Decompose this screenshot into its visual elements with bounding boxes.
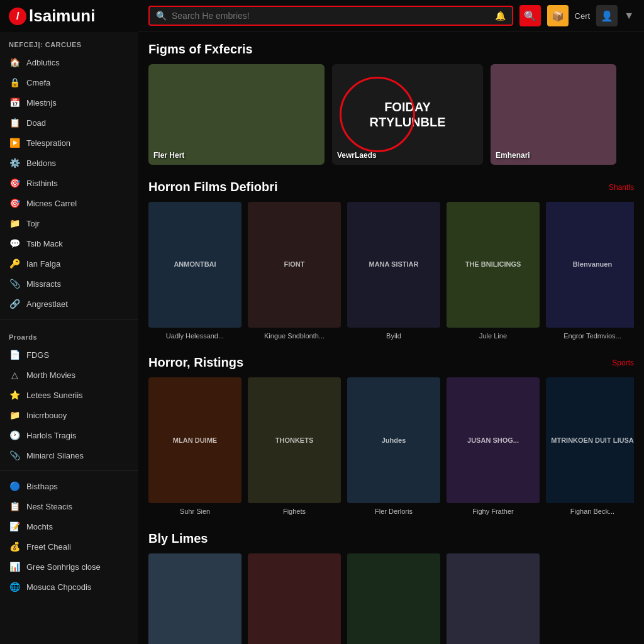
sidebar-item[interactable]: 🎯 Risthints	[0, 173, 138, 193]
sidebar-item[interactable]: 📁 Inicrrbouoy	[0, 405, 138, 425]
sidebar-item[interactable]: ⭐ Letees Suneriis	[0, 385, 138, 405]
section-link[interactable]: Sports	[612, 358, 634, 367]
featured-card[interactable]: FOIDAYRTYLUNBLE VewrLaeds	[332, 64, 483, 165]
movie-card[interactable]	[347, 553, 440, 644]
sidebar-item-label: Adblutics	[26, 58, 60, 67]
movie-card[interactable]: MTRINKOEN DUIT LIUSAFighan Beck...	[546, 377, 634, 516]
sidebar-item[interactable]: 💰 Freet Cheali	[0, 536, 138, 557]
search-input[interactable]	[172, 11, 490, 21]
sidebar-item[interactable]: △ Morth Movies	[0, 365, 138, 385]
movie-poster	[347, 553, 440, 644]
movie-card[interactable]: JUSAN SHOG...Fighy Frather	[447, 377, 540, 516]
sidebar-section2-title: Proards	[0, 325, 138, 345]
sidebar-icon: 📅	[9, 97, 20, 108]
movie-card[interactable]: THONKETSFighets	[248, 377, 341, 516]
sidebar-icon: ⚙️	[9, 157, 20, 169]
sidebar-icon: 📎	[9, 278, 20, 289]
sidebar-item[interactable]: 🔒 Cmefa	[0, 72, 138, 92]
sidebar-icon: 🔒	[9, 77, 20, 88]
sidebar-item[interactable]: 📎 Miniarcl Silanes	[0, 445, 138, 465]
movie-card[interactable]	[248, 553, 341, 644]
movie-card[interactable]	[447, 553, 540, 644]
sidebar-item[interactable]: 💬 Tsib Mack	[0, 233, 138, 253]
movies-row: ANMONTBAIUadly Helessand...FIONTKingue S…	[148, 202, 634, 340]
movie-poster: ANMONTBAI	[148, 202, 242, 328]
movie-card[interactable]: MANA SISTIARByild	[347, 202, 440, 340]
sidebar-item-label: Telespration	[26, 138, 70, 148]
section-title: Horron Films Defiobri	[148, 180, 278, 194]
sidebar-item[interactable]: 🏠 Adblutics	[0, 52, 138, 72]
sidebar-item[interactable]: 📝 Mochts	[0, 516, 138, 536]
sidebar-item[interactable]: 🎯 Micnes Carrel	[0, 193, 138, 213]
sidebar-item[interactable]: ▶️ Telespration	[0, 133, 138, 153]
featured-card[interactable]: Emhenari	[491, 64, 616, 165]
movie-card[interactable]: JuhdesFler Derloris	[347, 377, 440, 516]
movie-poster: THE BNILICINGS	[447, 202, 540, 328]
sidebar-item[interactable]: 📎 Missracts	[0, 274, 138, 294]
sidebar-icon: 📊	[9, 561, 20, 572]
sidebar-item[interactable]: 📄 FDGS	[0, 345, 138, 365]
sidebar-item[interactable]: 📅 Miestnjs	[0, 92, 138, 113]
search-bar[interactable]: 🔍 🔔	[148, 6, 513, 26]
sidebar-items2: 📄 FDGS △ Morth Movies ⭐ Letees Suneriis …	[0, 345, 138, 465]
movie-card[interactable]	[148, 553, 242, 644]
section-link[interactable]: Shantls	[609, 183, 634, 192]
sidebar-item[interactable]: 🔗 Angrestlaet	[0, 294, 138, 314]
movie-title: Fighy Frather	[447, 507, 540, 516]
sidebar-item[interactable]: ⚙️ Beldons	[0, 153, 138, 173]
sidebar-icon: 📎	[9, 450, 20, 461]
movie-title: Fighan Beck...	[546, 507, 634, 516]
sidebar-icon: △	[9, 369, 20, 380]
sidebar-item[interactable]: 📋 Nest Steacis	[0, 496, 138, 516]
movie-card[interactable]: FIONTKingue Sndblonth...	[248, 202, 341, 340]
movie-card[interactable]: ANMONTBAIUadly Helessand...	[148, 202, 242, 340]
poster-block	[248, 553, 341, 644]
movie-card[interactable]: MLAN DUIMESuhr Sien	[148, 377, 242, 516]
search-wrapper: 🔍 🔔	[148, 6, 513, 26]
sidebar-item[interactable]: 📋 Doad	[0, 113, 138, 133]
dropdown-icon[interactable]: ▼	[624, 10, 634, 21]
movie-poster	[148, 553, 242, 644]
sidebar-item[interactable]: 🌐 Mosuca Chpcodis	[0, 577, 138, 597]
sidebar-icon: 📁	[9, 409, 20, 421]
sidebar-item-label: Miniarcl Silanes	[26, 451, 84, 460]
sidebar-item[interactable]: 🕐 Harlols Tragis	[0, 425, 138, 445]
section-title: Figms of Fxfecris	[148, 42, 253, 57]
sidebar-item-label: Risthints	[26, 179, 58, 188]
movie-card[interactable]: THE BNILICINGSJule Line	[447, 202, 540, 340]
movies-row	[148, 553, 634, 644]
sidebar-item[interactable]: 📁 Tojr	[0, 213, 138, 233]
poster-block: FIONT	[248, 202, 341, 328]
sidebar-item[interactable]: 🔑 Ian Falga	[0, 253, 138, 274]
sidebar-item-label: Gree Sonhrigs close	[26, 562, 101, 572]
sidebar-icon: ▶️	[9, 137, 20, 148]
movie-title: Suhr Sien	[148, 507, 242, 516]
sidebar-item-label: Letees Suneriis	[26, 391, 83, 400]
movie-title: Engror Tedmvios...	[546, 331, 634, 340]
poster-block	[347, 553, 440, 644]
sidebar-item[interactable]: 🔵 Bisthaps	[0, 476, 138, 496]
poster-block: THE BNILICINGS	[447, 202, 540, 328]
search-button[interactable]: 🔍	[519, 5, 541, 26]
sidebar-icon: 🌐	[9, 581, 20, 592]
poster-block: Juhdes	[347, 377, 440, 503]
logo-icon	[9, 8, 26, 25]
movie-card[interactable]: BlenvanuenEngror Tedmvios...	[546, 202, 634, 340]
movie-title: Fler Derloris	[347, 507, 440, 516]
user-avatar[interactable]: 👤	[596, 5, 618, 26]
header: 🔍 🔔 🔍 📦 Cert 👤 ▼	[138, 0, 644, 32]
notification-icon[interactable]: 📦	[547, 5, 569, 26]
section-title: Bly Limes	[148, 531, 208, 546]
sidebar-icon: 📋	[9, 501, 20, 512]
sidebar-icon: 🔵	[9, 480, 20, 492]
sidebar-icon: 📄	[9, 349, 20, 360]
poster-block: JUSAN SHOG...	[447, 377, 540, 503]
sidebar-item[interactable]: 📊 Gree Sonhrigs close	[0, 557, 138, 577]
sidebar-item-label: Freet Cheali	[26, 542, 71, 552]
featured-card[interactable]: Fler Hert	[148, 64, 325, 165]
section-title: Horror, Ristings	[148, 355, 243, 370]
sidebar-icon: 🔗	[9, 298, 20, 309]
bookmark-icon: 🔔	[495, 11, 506, 21]
sidebar-icon: 📋	[9, 117, 20, 128]
movie-poster: MLAN DUIME	[148, 377, 242, 503]
